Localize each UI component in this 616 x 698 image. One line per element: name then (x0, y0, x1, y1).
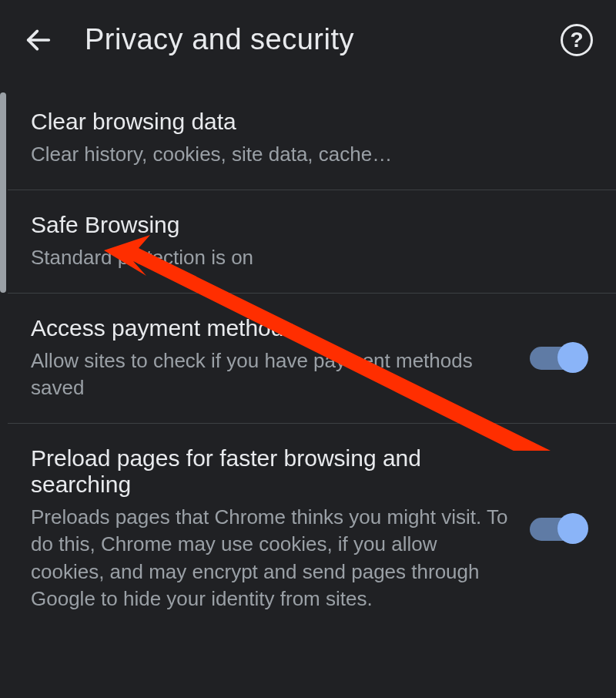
setting-title: Clear browsing data (31, 109, 593, 135)
setting-preload-pages[interactable]: Preload pages for faster browsing and se… (8, 423, 616, 633)
header: Privacy and security ? (0, 0, 616, 87)
setting-subtitle: Clear history, cookies, site data, cache… (31, 141, 593, 168)
setting-text: Clear browsing data Clear history, cooki… (31, 109, 593, 168)
setting-text: Preload pages for faster browsing and se… (31, 445, 514, 612)
setting-title: Safe Browsing (31, 212, 593, 238)
setting-subtitle: Standard protection is on (31, 244, 593, 271)
help-button[interactable]: ? (561, 24, 593, 56)
setting-safe-browsing[interactable]: Safe Browsing Standard protection is on (8, 190, 616, 293)
setting-subtitle: Allow sites to check if you have payment… (31, 347, 514, 401)
setting-subtitle: Preloads pages that Chrome thinks you mi… (31, 504, 514, 612)
setting-title: Preload pages for faster browsing and se… (31, 445, 514, 498)
setting-text: Access payment methods Allow sites to ch… (31, 315, 514, 401)
setting-clear-browsing-data[interactable]: Clear browsing data Clear history, cooki… (8, 87, 616, 190)
toggle-payment-methods[interactable] (530, 347, 585, 370)
setting-title: Access payment methods (31, 315, 514, 341)
setting-text: Safe Browsing Standard protection is on (31, 212, 593, 271)
toggle-preload-pages[interactable] (530, 518, 585, 541)
back-button[interactable] (23, 25, 54, 55)
toggle-knob (557, 342, 588, 373)
toggle-knob (557, 513, 588, 544)
help-icon: ? (570, 28, 583, 52)
setting-access-payment-methods[interactable]: Access payment methods Allow sites to ch… (8, 293, 616, 423)
settings-list: Clear browsing data Clear history, cooki… (0, 87, 616, 634)
back-arrow-icon (23, 25, 54, 55)
page-title: Privacy and security (85, 23, 530, 56)
